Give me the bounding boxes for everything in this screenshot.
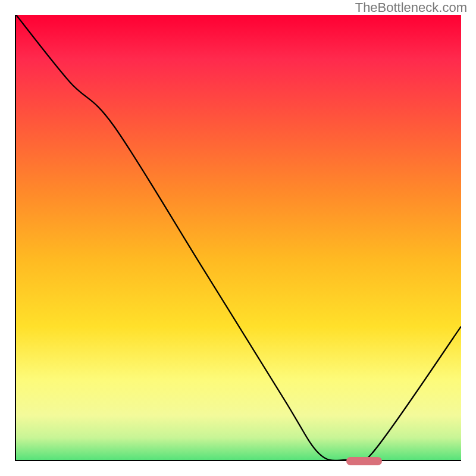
bottleneck-curve [16, 15, 461, 460]
minimum-marker [346, 457, 382, 465]
plot-area [15, 15, 461, 461]
curve-svg [16, 15, 461, 460]
watermark-text: TheBottleneck.com [355, 0, 467, 15]
chart-container: TheBottleneck.com [0, 0, 476, 476]
